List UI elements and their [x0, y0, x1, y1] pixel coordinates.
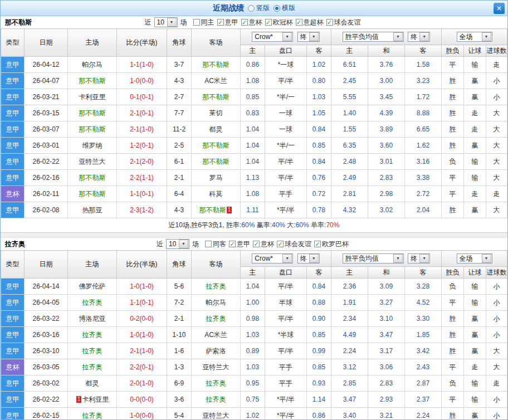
subcol-asia-away: 客	[307, 267, 331, 279]
asia-time-select[interactable]: 终▼	[297, 253, 320, 263]
league-filter-球会友谊[interactable]: ✓球会友谊	[277, 240, 311, 249]
score-cell: 2-1(1-0)	[117, 121, 167, 138]
team-name-text: 拉齐奥	[206, 282, 226, 290]
goals-result-cell: 小	[486, 89, 507, 105]
team-name-text: 科莫	[209, 190, 223, 198]
euro-time-select[interactable]: 终▼	[408, 32, 430, 42]
asia-away-odds-cell: 0.85	[307, 138, 331, 154]
handicap-result-cell: 赢	[464, 408, 486, 420]
home-team-cell: 佛罗伦萨	[68, 279, 117, 295]
asia-home-odds-cell: 1.03	[241, 359, 265, 375]
euro-home-odds-cell: 3.47	[331, 392, 368, 408]
result-cell: 平	[442, 57, 464, 73]
asia-away-odds-cell: 0.99	[307, 343, 331, 359]
asia-home-odds-cell: 1.13	[241, 170, 265, 186]
home-team-cell: 拉齐奥	[68, 343, 117, 359]
score-cell: 1-2(0-1)	[117, 138, 167, 154]
date-cell: 26-02-22	[25, 154, 68, 170]
match-count-select[interactable]: 10▼	[154, 17, 178, 27]
bookmaker-select[interactable]: Crow*▼	[252, 32, 293, 42]
league-filter-球会友谊[interactable]: ✓球会友谊	[326, 18, 361, 27]
asia-home-odds-cell: 0.86	[241, 57, 265, 73]
scope-select[interactable]: 全场▼	[457, 253, 492, 263]
away-team-cell: 莱切	[192, 105, 241, 121]
red-card-badge: 1	[76, 396, 82, 403]
euro-odds-select[interactable]: 胜平负均值▼	[343, 32, 404, 42]
match-count-select[interactable]: 10▼	[166, 239, 189, 249]
date-cell: 26-03-21	[25, 89, 68, 105]
team-name-text: 拉齐奥	[206, 395, 226, 403]
col-header-away: 客场	[192, 29, 241, 57]
result-cell: 胜	[442, 202, 464, 218]
scope-select[interactable]: 全场▼	[457, 32, 492, 42]
subcol-result: 胜负	[442, 267, 464, 279]
euro-time-select[interactable]: 终▼	[408, 253, 430, 263]
league-filter-意甲[interactable]: ✓意甲	[217, 18, 238, 27]
league-filter-意杯[interactable]: ✓意杯	[253, 240, 274, 249]
asia-home-odds-cell: 0.89	[241, 343, 265, 359]
col-header-score: 比分(半场)	[117, 251, 167, 279]
score-cell: 1-1(0-1)	[117, 186, 167, 202]
handicap-cell: 平/半	[265, 343, 307, 359]
asia-away-odds-cell: 0.85	[307, 359, 331, 375]
league-filter-同客[interactable]: 同客	[205, 240, 226, 249]
close-button[interactable]: ✕	[494, 3, 505, 14]
team-name-text: 拉齐奥	[82, 299, 102, 306]
league-filter-同主[interactable]: 同主	[193, 18, 214, 27]
handicap-cell: 平手	[265, 359, 307, 375]
summary-row: 近10场,胜6平3负1, 胜率:60% 赢率:40% 大:60% 单率:70%	[1, 218, 507, 233]
team-name-text: 拉齐奥	[82, 347, 102, 355]
asia-away-odds-cell: 0.76	[307, 170, 331, 186]
checkbox-label: 同客	[213, 240, 226, 249]
summary-segment: 单率:	[309, 221, 326, 229]
goals-result-cell: 小	[486, 408, 507, 420]
dropdown-arrow-icon: ▼	[282, 254, 292, 263]
result-cell: 负	[442, 154, 464, 170]
away-team-cell: 帕尔马	[192, 295, 241, 311]
match-row: 意甲 26-04-07 那不勒斯 1-0(0-0) 4-3 AC米兰 1.08 …	[1, 73, 507, 89]
league-filter-意杯[interactable]: ✓意杯	[241, 18, 262, 27]
league-cell: 意甲	[1, 311, 25, 327]
vertical-option-label: 竖版	[256, 3, 270, 13]
section-divider	[1, 233, 507, 238]
date-cell: 26-02-11	[25, 186, 68, 202]
handicap-result-cell: 输	[464, 392, 486, 408]
handicap-cell: 半球	[265, 295, 307, 311]
subcol-euro-away: 客	[405, 45, 442, 57]
away-team-cell: 拉齐奥	[192, 392, 241, 408]
asia-home-odds-cell: 1.02	[241, 408, 265, 420]
league-cell: 意甲	[1, 121, 25, 138]
league-filter-意超杯[interactable]: ✓意超杯	[296, 18, 324, 27]
handicap-cell: *一球	[265, 57, 307, 73]
goals-result-cell: 小	[486, 392, 507, 408]
team-name-text: 那不勒斯	[79, 77, 106, 85]
team-name-text: 那不勒斯	[203, 141, 229, 149]
match-row: 意杯 26-02-11 那不勒斯 1-1(0-1) 6-4 科莫 1.08 平手…	[1, 186, 507, 202]
matches-table: 类型 日期 主场 比分(半场) 角球 客场 Crow*▼ 终▼ 胜平负均值▼ 终…	[1, 28, 507, 218]
corners-cell: 2-7	[167, 89, 192, 105]
league-filter-意甲[interactable]: ✓意甲	[229, 240, 250, 249]
asia-time-select[interactable]: 终▼	[297, 32, 320, 42]
summary-segment: 40%	[272, 221, 285, 229]
corners-cell: 7-2	[167, 295, 192, 311]
league-filter-欧罗巴杯[interactable]: ✓欧罗巴杯	[314, 240, 349, 249]
league-filter-欧冠杯[interactable]: ✓欧冠杯	[265, 18, 293, 27]
goals-result-cell: 大	[486, 359, 507, 375]
away-team-cell: 亚特兰大	[192, 359, 241, 375]
layout-vertical-option[interactable]: 竖版	[248, 3, 270, 13]
scope-header: 全场▼	[442, 29, 507, 45]
result-cell: 胜	[442, 121, 464, 138]
match-row: 意甲 26-03-02 都灵 2-0(1-0) 6-9 拉齐奥 0.95 平手 …	[1, 375, 507, 392]
goals-result-cell: 走	[486, 186, 507, 202]
euro-odds-select[interactable]: 胜平负均值▼	[343, 253, 404, 263]
asia-odds-header: Crow*▼ 终▼	[241, 29, 331, 45]
corners-cell: 5-4	[167, 408, 192, 420]
home-team-cell: 那不勒斯	[68, 73, 117, 89]
subcol-euro-home: 主	[331, 267, 368, 279]
handicap-result-cell: 赢	[464, 73, 486, 89]
euro-home-odds-cell: 6.35	[331, 138, 368, 154]
col-header-type: 类型	[1, 29, 25, 57]
team-name-text: 都灵	[209, 125, 223, 133]
bookmaker-select[interactable]: Crow*▼	[252, 253, 293, 263]
layout-horizontal-option[interactable]: 横版	[273, 3, 295, 13]
